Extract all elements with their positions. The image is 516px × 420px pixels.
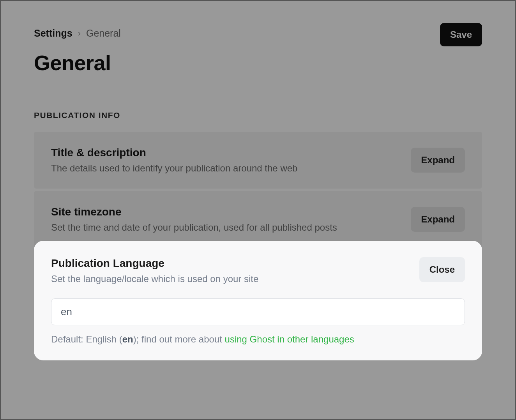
card-title: Site timezone	[51, 206, 337, 218]
panel-description: Set the language/locale which is used on…	[51, 274, 258, 284]
close-button[interactable]: Close	[419, 257, 465, 282]
chevron-right-icon: ›	[78, 28, 81, 39]
card-site-timezone: Site timezone Set the time and date of y…	[34, 191, 482, 248]
breadcrumb-current: General	[86, 28, 121, 39]
page-title: General	[34, 51, 482, 75]
panel-title: Publication Language	[51, 257, 258, 270]
settings-cards: Title & description The details used to …	[34, 132, 482, 248]
page-body: Settings › General Save General PUBLICAT…	[1, 1, 515, 248]
publication-language-input[interactable]	[51, 298, 465, 325]
help-mid: ); find out more about	[133, 334, 225, 344]
expand-button[interactable]: Expand	[411, 207, 465, 232]
help-code: en	[122, 334, 133, 344]
help-link[interactable]: using Ghost in other languages	[225, 334, 354, 344]
section-label: PUBLICATION INFO	[34, 111, 482, 120]
card-description: The details used to identify your public…	[51, 163, 297, 174]
card-title: Title & description	[51, 146, 297, 159]
help-prefix: Default: English (	[51, 334, 122, 344]
save-button[interactable]: Save	[440, 23, 482, 46]
help-text: Default: English (en); find out more abo…	[51, 334, 465, 345]
breadcrumb: Settings › General	[34, 28, 482, 39]
card-description: Set the time and date of your publicatio…	[51, 222, 337, 233]
breadcrumb-root[interactable]: Settings	[34, 28, 72, 39]
expand-button[interactable]: Expand	[411, 148, 465, 173]
publication-language-panel: Publication Language Set the language/lo…	[34, 241, 482, 360]
card-title-description: Title & description The details used to …	[34, 132, 482, 189]
